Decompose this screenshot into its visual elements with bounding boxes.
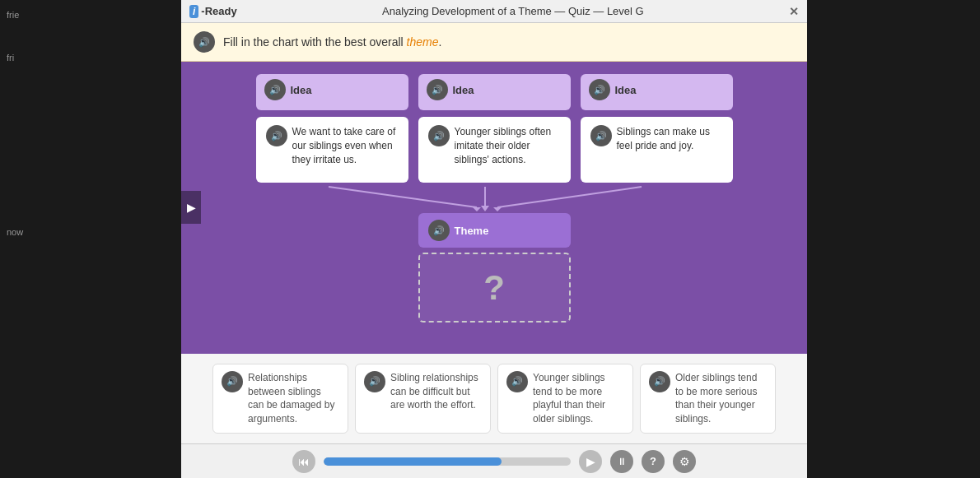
choice-2-speaker-button[interactable]: 🔊 (364, 371, 385, 392)
idea-card-3: 🔊 Idea (581, 74, 733, 110)
question-mark-icon: ? (483, 268, 505, 308)
choice-card-1[interactable]: 🔊 Relationships between siblings can be … (212, 364, 348, 434)
choice-card-4[interactable]: 🔊 Older siblings tend to be more serious… (640, 364, 776, 434)
answer-drop-zone[interactable]: ? (418, 253, 571, 323)
idea-1-speaker-button[interactable]: 🔊 (264, 79, 286, 100)
instruction-speaker-button[interactable]: 🔊 (194, 31, 215, 53)
choice-4-speaker-button[interactable]: 🔊 (649, 371, 670, 392)
progress-bar (324, 457, 571, 466)
close-button[interactable]: ✕ (789, 5, 799, 18)
choice-card-2[interactable]: 🔊 Sibling relationships can be difficult… (355, 364, 491, 434)
pause-button[interactable]: ⏸ (610, 450, 633, 473)
content-3-speaker-button[interactable]: 🔊 (590, 125, 612, 146)
content-card-1: 🔊 We want to take care of our siblings e… (256, 117, 408, 183)
content-2-speaker-button[interactable]: 🔊 (428, 125, 450, 146)
left-nav-arrow[interactable]: ▶ (181, 191, 201, 224)
theme-card: 🔊 Theme (418, 213, 571, 248)
content-card-2: 🔊 Younger siblings often imitate their o… (418, 117, 571, 183)
window-title: Analyzing Development of a Theme — Quiz … (237, 5, 789, 17)
instruction-bar: 🔊 Fill in the chart with the best overal… (181, 23, 807, 62)
idea-card-1: 🔊 Idea (256, 74, 408, 110)
progress-bar-fill (324, 457, 502, 466)
theme-speaker-button[interactable]: 🔊 (428, 220, 450, 241)
svg-line-4 (497, 187, 642, 207)
svg-line-0 (329, 187, 477, 207)
content-cards-row: 🔊 We want to take care of our siblings e… (198, 117, 791, 183)
connector-arrows (198, 183, 791, 211)
answer-choices-row: 🔊 Relationships between siblings can be … (181, 354, 807, 443)
content-area: ▶ 🔊 Idea 🔊 Idea 🔊 Idea (181, 62, 807, 354)
choice-1-speaker-button[interactable]: 🔊 (222, 371, 243, 392)
idea-card-2: 🔊 Idea (418, 74, 571, 110)
instruction-text: Fill in the chart with the best overall … (223, 35, 441, 49)
left-sidebar-text: frie fri now (0, 0, 181, 247)
settings-button[interactable]: ⚙ (673, 450, 696, 473)
left-panel: frie fri now (0, 0, 181, 478)
back-to-start-button[interactable]: ⏮ (292, 450, 315, 473)
theme-section: 🔊 Theme ? (198, 213, 791, 323)
svg-marker-3 (481, 206, 489, 211)
choice-card-3[interactable]: 🔊 Younger siblings tend to be more playf… (497, 364, 633, 434)
svg-marker-1 (473, 207, 481, 211)
idea-2-speaker-button[interactable]: 🔊 (427, 79, 448, 100)
next-button[interactable]: ▶ (579, 450, 602, 473)
title-bar: i -Ready Analyzing Development of a Them… (181, 0, 807, 23)
content-1-speaker-button[interactable]: 🔊 (266, 125, 287, 146)
idea-3-speaker-button[interactable]: 🔊 (589, 79, 610, 100)
idea-cards-row: 🔊 Idea 🔊 Idea 🔊 Idea (198, 74, 791, 110)
bottom-toolbar: ⏮ ▶ ⏸ ? ⚙ (181, 443, 807, 478)
main-window: i -Ready Analyzing Development of a Them… (181, 0, 807, 478)
choice-3-speaker-button[interactable]: 🔊 (506, 371, 528, 392)
content-card-3: 🔊 Siblings can make us feel pride and jo… (581, 117, 733, 183)
help-button[interactable]: ? (642, 450, 665, 473)
right-panel (807, 0, 980, 478)
svg-marker-5 (493, 207, 502, 211)
iready-logo: i -Ready (189, 5, 237, 18)
